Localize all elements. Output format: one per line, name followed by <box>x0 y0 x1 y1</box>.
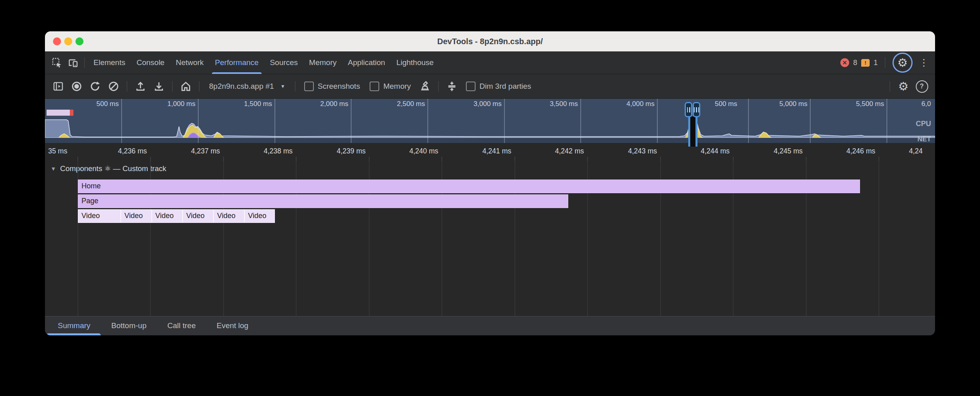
ruler-tick-label: 35 ms <box>48 147 67 155</box>
overview-tick-label: 4,000 ms <box>626 100 655 108</box>
warning-count: 1 <box>874 59 878 67</box>
bottom-tab-event-log[interactable]: Event log <box>206 316 259 335</box>
dim-3rd-parties-label: Dim 3rd parties <box>480 82 531 91</box>
overview-gridline <box>351 99 352 143</box>
overview-gridline <box>580 99 581 143</box>
screenshots-label: Screenshots <box>318 82 360 91</box>
warning-badge-icon[interactable]: ! <box>861 59 870 67</box>
flame-bar-page[interactable]: Page <box>78 194 568 208</box>
memory-checkbox[interactable]: Memory <box>366 82 415 91</box>
dim-3rd-parties-checkbox[interactable]: Dim 3rd parties <box>462 82 535 91</box>
record-icon[interactable] <box>68 78 85 95</box>
upload-profile-icon[interactable] <box>132 78 149 95</box>
flame-bar-video[interactable]: Video <box>152 209 183 223</box>
main-tabbar: ElementsConsoleNetworkPerformanceSources… <box>45 51 935 74</box>
divider <box>295 81 295 92</box>
ruler-tick-label: 4,236 ms <box>118 147 147 155</box>
ruler-tick-mark <box>77 157 78 161</box>
flame-bar-video[interactable]: Video <box>121 209 152 223</box>
tab-network[interactable]: Network <box>170 51 209 74</box>
collapse-triangle-icon[interactable]: ▼ <box>51 165 56 172</box>
cpu-other <box>45 118 935 138</box>
timeline-overview[interactable]: CPU NET 500 ms1,000 ms1,500 ms2,000 ms2,… <box>45 99 935 143</box>
home-icon[interactable] <box>177 78 194 95</box>
memory-label: Memory <box>383 82 411 91</box>
ruler-tick-label: 4,243 ms <box>628 147 657 155</box>
settings-focus-ring[interactable]: ⚙ <box>893 53 913 73</box>
track-gridline <box>878 161 879 316</box>
ruler-tick-label: 4,239 ms <box>337 147 366 155</box>
ruler-tick-label: 4,242 ms <box>555 147 584 155</box>
ruler-tick-mark <box>296 157 297 161</box>
flamechart-track-area[interactable]: ▼ Components ⚛ — Custom track HomePageVi… <box>45 161 935 316</box>
inspect-element-icon[interactable] <box>49 55 65 71</box>
ruler-tick-label: 4,238 ms <box>264 147 293 155</box>
flame-bar-video[interactable]: Video <box>183 209 213 223</box>
cpu-activity-chart <box>45 116 935 138</box>
flame-bar-video[interactable]: Video <box>244 209 275 223</box>
flame-bar-home[interactable]: Home <box>78 180 860 193</box>
error-badge-icon[interactable]: ✕ <box>840 58 849 67</box>
selection-continuation <box>690 143 695 147</box>
bottom-tab-summary[interactable]: Summary <box>47 316 101 335</box>
checkbox-box[interactable] <box>370 82 379 91</box>
performance-toolbar: 8p2n9n.csb.app #1 ▼ Screenshots Memory <box>45 74 935 99</box>
capture-settings-gear-icon[interactable]: ⚙ <box>895 78 912 95</box>
network-overview-red-tip <box>70 110 73 116</box>
overview-tick-label: 3,000 ms <box>474 100 502 108</box>
status-badges: ✕ 8 ! 1 ⚙ ⋮ <box>840 53 931 73</box>
reload-record-icon[interactable] <box>87 78 104 95</box>
tab-performance[interactable]: Performance <box>209 51 264 74</box>
chevron-down-icon: ▼ <box>281 84 285 89</box>
tab-application[interactable]: Application <box>342 51 391 74</box>
overview-tick-label: 5,000 ms <box>779 100 807 108</box>
ruler-tick-mark <box>660 157 661 161</box>
selection-right-grip-handle[interactable] <box>693 102 700 117</box>
clear-icon[interactable] <box>105 78 122 95</box>
settings-gear-icon[interactable]: ⚙ <box>897 57 908 69</box>
show-sidebar-icon[interactable] <box>50 78 67 95</box>
active-tab-underline <box>47 333 101 335</box>
selection-continuation-right <box>695 143 697 147</box>
kebab-menu-icon[interactable]: ⋮ <box>917 57 931 68</box>
collapse-sections-icon[interactable] <box>443 78 460 95</box>
target-selector[interactable]: 8p2n9n.csb.app #1 ▼ <box>204 82 290 91</box>
cpu-scripting <box>758 132 771 138</box>
net-label: NET <box>917 135 931 143</box>
tab-sources[interactable]: Sources <box>264 51 303 74</box>
details-tabbar: SummaryBottom-upCall treeEvent log <box>45 316 935 335</box>
device-toolbar-icon[interactable] <box>65 55 81 71</box>
tab-memory[interactable]: Memory <box>303 51 342 74</box>
flame-bar-video[interactable]: Video <box>213 209 244 223</box>
overview-gridline <box>810 99 811 143</box>
tab-console[interactable]: Console <box>131 51 170 74</box>
divider <box>84 57 85 68</box>
target-selector-value: 8p2n9n.csb.app #1 <box>209 82 274 91</box>
selection-left-edge[interactable] <box>688 116 690 143</box>
checkbox-box[interactable] <box>466 82 476 91</box>
help-icon[interactable]: ? <box>913 78 930 95</box>
overview-tick-label: 3,500 ms <box>550 100 578 108</box>
selection-continuation-left <box>688 143 690 147</box>
bottom-tab-bottom-up[interactable]: Bottom-up <box>101 316 157 335</box>
tab-lighthouse[interactable]: Lighthouse <box>391 51 439 74</box>
ruler-tick-mark <box>733 157 734 161</box>
download-profile-icon[interactable] <box>150 78 167 95</box>
timeline-ruler[interactable]: 35 ms4,236 ms4,237 ms4,238 ms4,239 ms4,2… <box>45 143 935 161</box>
screenshots-checkbox[interactable]: Screenshots <box>300 82 364 91</box>
divider <box>890 81 890 92</box>
overview-tick-label: 1,500 ms <box>244 100 272 108</box>
selection-right-edge[interactable] <box>695 116 697 143</box>
selection-left-grip-handle[interactable] <box>685 102 692 117</box>
overview-tick-label: 5,500 ms <box>856 100 884 108</box>
overview-gridline <box>886 99 887 143</box>
bottom-tab-call-tree[interactable]: Call tree <box>157 316 206 335</box>
flame-bar-video[interactable]: Video <box>78 209 121 223</box>
tab-elements[interactable]: Elements <box>88 51 131 74</box>
divider <box>127 81 127 92</box>
custom-track-header: ▼ Components ⚛ — Custom track <box>51 164 166 173</box>
ruler-tick-mark <box>587 157 588 161</box>
checkbox-box[interactable] <box>304 82 314 91</box>
garbage-collect-icon[interactable] <box>417 78 433 95</box>
window-title: DevTools - 8p2n9n.csb.app/ <box>45 31 935 51</box>
